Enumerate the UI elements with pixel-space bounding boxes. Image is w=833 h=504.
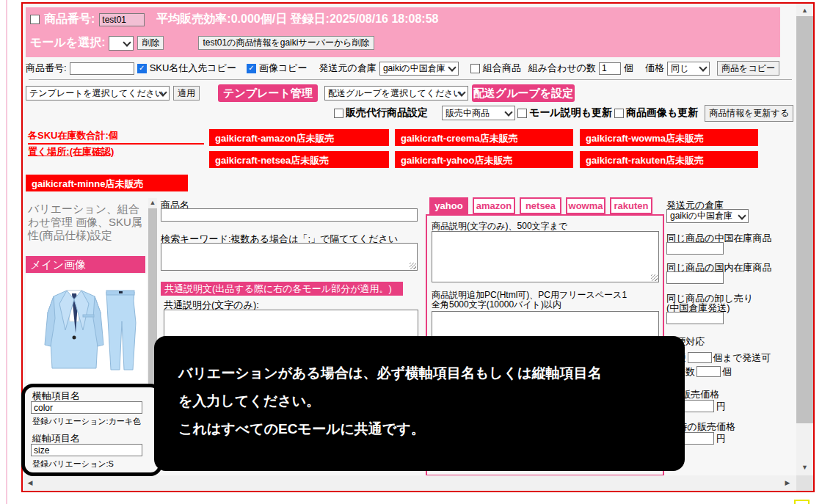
h-axis-input[interactable]	[31, 401, 142, 414]
variation-warning-tooltip: バリエーションがある場合は、必ず横軸項目名もしくは縦軸項目名 を入力してください…	[154, 336, 685, 471]
apply-button[interactable]: 適用	[173, 86, 200, 101]
main-horizontal-scrollbar: ◀ ▶	[23, 475, 796, 491]
chevron-down-icon	[504, 108, 512, 116]
product-select-checkbox[interactable]	[30, 15, 40, 24]
warehouse-select[interactable]: gaikiの中国倉庫	[379, 62, 459, 76]
product-header: 商品番号: 平均販売効率:0.000個/日 登録日:2025/08/16 18:…	[26, 7, 780, 57]
divider	[29, 79, 792, 80]
image-update-label: 商品画像も更新	[626, 106, 698, 120]
main-scrollbar-thumb[interactable]	[796, 16, 813, 423]
image-copy-checkbox[interactable]: ✓	[247, 64, 256, 73]
product-name-input[interactable]	[161, 208, 418, 222]
combo-unit-label: 個	[624, 62, 633, 75]
product-no-input[interactable]	[99, 13, 145, 26]
agency-label: 販売代行商品設定	[346, 106, 428, 120]
wholesale-input[interactable]	[666, 312, 724, 324]
mall-desc-textarea[interactable]	[432, 231, 659, 282]
copy-row: 商品番号: ✓ SKU名仕入先コピー ✓ 画像コピー 発送元の倉庫 gaikiの…	[26, 61, 779, 76]
combo-count-input[interactable]	[599, 62, 621, 75]
mall-tabs: yahoo amazon netsea wowma rakuten	[429, 197, 652, 214]
image-copy-label: 画像コピー	[259, 62, 308, 75]
main-image-header: メイン画像	[26, 256, 145, 273]
store-banner-wowma[interactable]: gaikicraft-wowma店未販売	[580, 129, 758, 146]
chevron-down-icon	[738, 211, 746, 219]
shipping-group-set-button[interactable]: 配送グループを設定	[472, 84, 575, 102]
ship-warehouse-select[interactable]: gaikiの中国倉庫	[666, 209, 749, 223]
stock-place-link[interactable]: 置く場所:(在庫確認)	[28, 145, 204, 158]
product-no-label: 商品番号:	[44, 12, 95, 27]
tab-netsea[interactable]: netsea	[520, 197, 561, 214]
variation-axis-highlight-box: 横軸項目名 登録バリエーション:カーキ色 縦軸項目名 登録バリエーション:S	[21, 384, 162, 476]
chevron-down-icon	[699, 63, 707, 71]
mail-count-input[interactable]	[688, 352, 712, 363]
header-stats: 平均販売効率:0.000個/日 登録日:2025/08/16 18:08:58	[156, 12, 438, 27]
sku-copy-checkbox[interactable]: ✓	[137, 64, 147, 73]
max-purchase-suffix: 個	[722, 365, 732, 379]
chevron-down-icon	[123, 38, 131, 46]
scroll-down-icon[interactable]: ▼	[796, 464, 813, 471]
store-banner-yahoo[interactable]: gaikicraft-yahoo店未販売	[395, 151, 573, 168]
template-select[interactable]: テンプレートを選択してください	[26, 86, 170, 101]
mall-desc-update-label: モール説明も更新	[529, 106, 612, 120]
tooltip-line1: バリエーションがある場合は、必ず横軸項目名もしくは縦軸項目名	[178, 359, 670, 387]
template-row: テンプレートを選択してください 適用 テンプレート管理 配送グループを選択してく…	[26, 84, 575, 102]
scroll-right-icon[interactable]: ▶	[783, 480, 792, 486]
tab-amazon[interactable]: amazon	[473, 197, 515, 214]
scroll-up-icon[interactable]: ▲	[796, 7, 813, 14]
tooltip-line2: を入力してください。	[178, 387, 670, 415]
sku-stock-total-link[interactable]: 各SKU在庫数合計:個	[28, 129, 204, 145]
copy-product-no-input[interactable]	[70, 62, 134, 75]
combo-label: 組合商品	[483, 62, 521, 75]
v-axis-input[interactable]	[31, 444, 142, 456]
sale-status-select[interactable]: 販売中商品	[442, 106, 515, 120]
product-main-image[interactable]	[26, 274, 147, 383]
price-select[interactable]: 同じ	[667, 62, 710, 76]
tab-rakuten[interactable]: rakuten	[610, 197, 652, 214]
sku-copy-label: SKU名仕入先コピー	[150, 62, 236, 75]
agency-checkbox[interactable]	[334, 109, 343, 118]
suit-image	[26, 274, 147, 383]
china-stock-input[interactable]	[666, 242, 724, 255]
scroll-left-icon[interactable]: ◀	[26, 480, 34, 486]
keyword-textarea[interactable]	[161, 243, 418, 271]
scroll-up-icon[interactable]: ▲	[148, 200, 157, 206]
mall-desc-update-checkbox[interactable]	[517, 109, 527, 118]
shipping-group-select[interactable]: 配送グループを選択してください	[324, 86, 468, 101]
template-manage-button[interactable]: テンプレート管理	[218, 84, 318, 102]
tab-wowma[interactable]: wowma	[566, 197, 605, 214]
store-banner-minne[interactable]: gaikicraft-minne店未販売	[26, 175, 188, 191]
mall-select[interactable]	[109, 36, 134, 51]
mall-select-label: モールを選択:	[30, 35, 105, 51]
bottom-edge-chip	[794, 500, 810, 504]
max-purchase-input[interactable]	[696, 366, 721, 377]
page: 商品番号: 平均販売効率:0.000個/日 登録日:2025/08/16 18:…	[0, 0, 833, 504]
page-edge-decoration	[6, 0, 7, 504]
domestic-stock-input[interactable]	[666, 271, 724, 284]
mall-desc2-label-2: 全角5000文字(10000バイト)以内	[432, 299, 561, 311]
delete-button[interactable]: 削除	[137, 36, 164, 50]
store-banner-netsea[interactable]: gaikicraft-netsea店未販売	[209, 151, 389, 168]
store-banner-rakuten[interactable]: gaikicraft-rakuten店未販売	[580, 151, 758, 168]
chevron-down-icon	[448, 63, 456, 71]
combo-count-label: 組み合わせの数	[528, 62, 596, 75]
store-banner-amazon[interactable]: gaikicraft-amazon店未販売	[209, 129, 389, 146]
variation-manage-link[interactable]: バリエーション、組合わせ管理 画像、SKU属性(商品仕様)設定	[28, 202, 150, 242]
common-desc-header: 共通説明文(出品する際に右の各モール部分が適用。)	[161, 282, 403, 296]
store-banner-creema[interactable]: gaikicraft-creema店未販売	[395, 129, 573, 146]
product-edit-window: 商品番号: 平均販売効率:0.000個/日 登録日:2025/08/16 18:…	[21, 2, 815, 492]
update-product-button[interactable]: 商品情報を更新する	[705, 105, 793, 122]
copy-product-button[interactable]: 商品をコピー	[717, 61, 779, 76]
combo-checkbox[interactable]	[470, 64, 480, 73]
normal-price-yen: 円	[716, 400, 726, 413]
mail-count-suffix: 個まで発送可	[713, 351, 771, 365]
server-delete-button[interactable]: test01の商品情報をgaikiサーバーから削除	[198, 36, 374, 50]
image-update-checkbox[interactable]	[614, 109, 624, 118]
stock-links: 各SKU在庫数合計:個 置く場所:(在庫確認)	[28, 129, 204, 158]
sale-price-yen: 円	[716, 432, 726, 445]
tab-yahoo[interactable]: yahoo	[429, 197, 468, 214]
main-vertical-scrollbar: ▲ ▼	[796, 4, 813, 475]
copy-product-no-label: 商品番号:	[26, 62, 67, 75]
h-axis-registered: 登録バリエーション:カーキ色	[32, 416, 141, 427]
price-label: 価格	[645, 62, 664, 75]
warehouse-label: 発送元の倉庫	[319, 62, 377, 75]
